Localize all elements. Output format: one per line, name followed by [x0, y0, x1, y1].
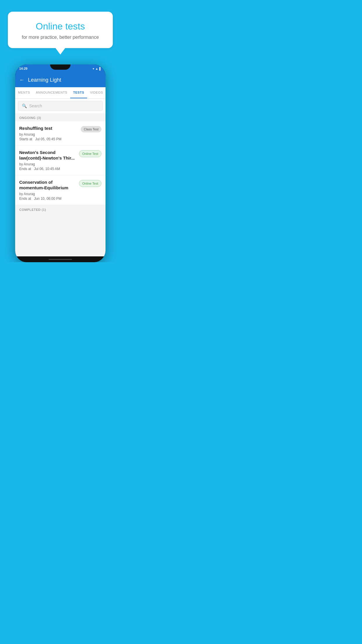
test-list: Reshuffling test by Anurag Starts at Jul… — [15, 121, 106, 205]
phone-wrapper: 14:29 ▾ ▲ ▌ ← Learning Light MENTS ANNOU… — [0, 64, 121, 262]
tab-videos[interactable]: VIDEOS — [87, 87, 106, 98]
test-info: Reshuffling test by Anurag Starts at Jul… — [19, 125, 78, 141]
test-item[interactable]: Newton's Second law(contd)-Newton's Thir… — [15, 146, 106, 175]
tabs-container: MENTS ANNOUNCEMENTS TESTS VIDEOS — [15, 87, 106, 99]
speech-bubble: Online tests for more practice, better p… — [8, 12, 113, 48]
hero-section: Online tests for more practice, better p… — [0, 0, 121, 48]
test-info: Newton's Second law(contd)-Newton's Thir… — [19, 150, 76, 171]
test-date: Ends at Jun 10, 06:00 PM — [19, 197, 76, 201]
test-badge-class: Class Test — [81, 126, 101, 132]
search-container: 🔍 Search — [15, 99, 106, 113]
search-placeholder: Search — [29, 104, 42, 108]
test-date: Ends at Jul 06, 10:45 AM — [19, 167, 76, 171]
test-name: Reshuffling test — [19, 125, 78, 131]
back-button[interactable]: ← — [19, 77, 24, 83]
tab-announcements[interactable]: ANNOUNCEMENTS — [33, 87, 70, 98]
app-header: ← Learning Light — [15, 73, 106, 87]
status-icons: ▾ ▲ ▌ — [93, 67, 101, 70]
phone-screen: MENTS ANNOUNCEMENTS TESTS VIDEOS 🔍 Searc… — [15, 87, 106, 256]
search-bar[interactable]: 🔍 Search — [18, 101, 103, 111]
status-time: 14:29 — [19, 67, 27, 70]
tab-tests[interactable]: TESTS — [70, 87, 87, 98]
test-item[interactable]: Reshuffling test by Anurag Starts at Jul… — [15, 121, 106, 146]
notch — [50, 64, 71, 70]
test-badge-online: Online Test — [79, 150, 101, 157]
phone-frame: 14:29 ▾ ▲ ▌ ← Learning Light MENTS ANNOU… — [15, 64, 106, 262]
test-item[interactable]: Conservation of momentum-Equilibrium by … — [15, 175, 106, 205]
test-by: by Anurag — [19, 132, 78, 136]
test-date: Starts at Jul 05, 05:45 PM — [19, 137, 78, 141]
home-indicator — [49, 259, 72, 260]
ongoing-section-label: ONGOING (3) — [15, 113, 106, 121]
test-by: by Anurag — [19, 192, 76, 196]
status-bar: 14:29 ▾ ▲ ▌ — [15, 64, 106, 73]
test-name: Conservation of momentum-Equilibrium — [19, 179, 76, 191]
test-by: by Anurag — [19, 162, 76, 166]
hero-title: Online tests — [16, 21, 105, 32]
phone-bottom — [15, 256, 106, 262]
battery-icon: ▌ — [99, 67, 101, 70]
signal-icon: ▲ — [95, 67, 98, 70]
test-badge-online: Online Test — [79, 180, 101, 187]
test-name: Newton's Second law(contd)-Newton's Thir… — [19, 150, 76, 161]
app-title: Learning Light — [28, 77, 61, 83]
test-info: Conservation of momentum-Equilibrium by … — [19, 179, 76, 201]
search-icon: 🔍 — [22, 104, 27, 108]
tab-ments[interactable]: MENTS — [15, 87, 33, 98]
completed-section-label: COMPLETED (1) — [15, 205, 106, 213]
hero-subtitle: for more practice, better performance — [16, 35, 105, 40]
wifi-icon: ▾ — [93, 67, 94, 70]
